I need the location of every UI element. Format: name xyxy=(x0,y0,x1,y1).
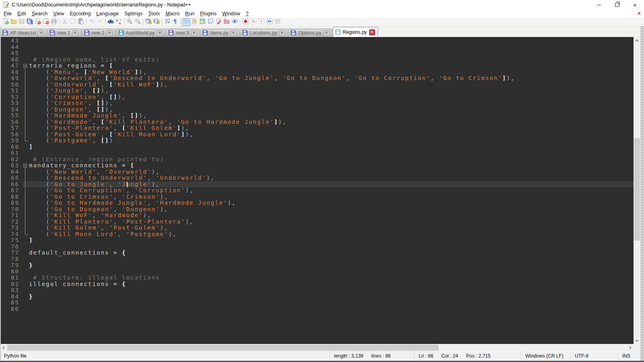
line-number[interactable]: 62 xyxy=(0,156,23,163)
line-number[interactable]: 84 xyxy=(0,294,23,300)
tab-items-py[interactable]: Items.py✕ xyxy=(200,29,239,37)
show-all-characters-button[interactable]: ¶ xyxy=(171,18,180,26)
line-number[interactable]: 50 xyxy=(0,82,23,88)
line-number[interactable]: 78 xyxy=(0,256,23,263)
tab-ap-ideas-txt[interactable]: AP Ideas.txt✕ xyxy=(0,29,47,37)
tab-close-icon[interactable]: ✕ xyxy=(231,30,237,36)
line-number[interactable]: 55 xyxy=(0,113,23,119)
sync-scroll-horizontal-button[interactable] xyxy=(153,18,161,26)
code-line[interactable]: 79} xyxy=(0,262,634,269)
line-number[interactable]: 48 xyxy=(0,69,23,76)
code-line[interactable]: 66 ('Go to Jungle', 'Jungle'), xyxy=(0,181,634,188)
vertical-scrollbar-thumb[interactable] xyxy=(634,138,640,241)
code-line[interactable]: 57 ('Post-Plantera', ['Kill Golem']), xyxy=(0,125,634,132)
tab-close-icon[interactable]: ✕ xyxy=(191,30,197,36)
code-line[interactable]: 65 ('Descend to Underworld', 'Underworld… xyxy=(0,175,634,181)
line-number[interactable]: 56 xyxy=(0,119,23,125)
line-number[interactable]: 53 xyxy=(0,100,23,107)
line-number[interactable]: 61 xyxy=(0,150,23,156)
minimize-button[interactable] xyxy=(590,0,608,10)
line-number[interactable]: 77 xyxy=(0,250,23,256)
menu-item-help[interactable]: ? xyxy=(243,10,252,17)
folder-as-workspace-button[interactable] xyxy=(223,18,231,26)
vertical-scrollbar[interactable] xyxy=(634,37,640,344)
code-line[interactable]: 85 xyxy=(0,300,634,306)
line-number[interactable]: 76 xyxy=(0,244,23,250)
line-number[interactable]: 86 xyxy=(0,306,23,313)
print-button[interactable] xyxy=(50,18,58,26)
line-number[interactable]: 67 xyxy=(0,187,23,194)
tab-close-icon[interactable]: ✕ xyxy=(324,30,330,36)
code-line[interactable]: 51 ('Jungle', []), xyxy=(0,88,634,94)
code-line[interactable]: 71 ('Kill WoF', 'Hardmode'), xyxy=(0,212,634,219)
code-line[interactable]: 62 # (Entrance, region pointed to) xyxy=(0,156,634,163)
code-line[interactable]: 61 xyxy=(0,150,634,156)
code-line[interactable]: 75] xyxy=(0,237,634,244)
menu-item-window[interactable]: Window xyxy=(219,10,243,17)
code-line[interactable]: 50 ('Underworld', ['Kill WoF']), xyxy=(0,82,634,88)
code-line[interactable]: 72 ('Kill Plantera', 'Post-Plantera'), xyxy=(0,219,634,225)
line-number[interactable]: 80 xyxy=(0,269,23,275)
code-line[interactable]: 82illegal_connections = { xyxy=(0,281,634,288)
code-line[interactable]: 84} xyxy=(0,294,634,300)
tab-close-icon[interactable]: ✕ xyxy=(107,30,113,36)
macro-record-button[interactable] xyxy=(242,18,250,26)
line-number[interactable]: 65 xyxy=(0,175,23,181)
menu-item-view[interactable]: View xyxy=(50,10,67,17)
code-line[interactable]: 60] xyxy=(0,144,634,150)
line-number[interactable]: 63 xyxy=(0,162,23,169)
code-line[interactable]: 76 xyxy=(0,244,634,250)
undo-button[interactable] xyxy=(88,18,96,26)
code-line[interactable]: 43 xyxy=(0,38,634,44)
macro-run-multiple-button[interactable] xyxy=(266,18,274,26)
tab-options-py[interactable]: Options.py✕ xyxy=(288,29,332,37)
find-button[interactable] xyxy=(107,18,115,26)
save-all-button[interactable] xyxy=(26,18,34,26)
line-number[interactable]: 49 xyxy=(0,75,23,82)
menu-item-edit[interactable]: Edit xyxy=(14,10,29,17)
line-number[interactable]: 68 xyxy=(0,194,23,200)
code-line[interactable]: 73 ('Kill Golem', 'Post-Golem'), xyxy=(0,225,634,231)
document-map-button[interactable] xyxy=(198,18,206,26)
zoom-out-button[interactable] xyxy=(134,18,142,26)
close-document-button[interactable]: × xyxy=(638,10,641,16)
zoom-in-button[interactable] xyxy=(126,18,134,26)
code-line[interactable]: 52 ('Corruption', []), xyxy=(0,94,634,101)
line-number[interactable]: 69 xyxy=(0,200,23,206)
line-number[interactable]: 59 xyxy=(0,138,23,144)
tab-close-icon[interactable]: ✕ xyxy=(157,30,163,36)
tab-new-1[interactable]: new 1✕ xyxy=(47,29,81,37)
line-number[interactable]: 66 xyxy=(0,181,23,188)
menu-item-settings[interactable]: Settings xyxy=(122,10,145,17)
code-line[interactable]: 81 # Structure: illegal locations xyxy=(0,275,634,281)
code-line[interactable]: 70 ('Go to Dungeon', 'Dungeon'), xyxy=(0,206,634,213)
sync-scroll-vertical-button[interactable] xyxy=(144,18,153,26)
code-line[interactable]: 67 ('Go to Corruption', 'Corruption'), xyxy=(0,187,634,194)
menu-item-macro[interactable]: Macro xyxy=(163,10,182,17)
menu-item-language[interactable]: Language xyxy=(93,10,122,17)
code-line[interactable]: 49 ('Overworld', ['Descend to Underworld… xyxy=(0,75,634,82)
menu-item-encoding[interactable]: Encoding xyxy=(67,10,93,17)
tab-close-icon[interactable]: ✕ xyxy=(72,30,78,36)
line-number[interactable]: 60 xyxy=(0,144,23,150)
menu-item-tools[interactable]: Tools xyxy=(145,10,163,17)
fold-collapse-marker[interactable] xyxy=(23,63,29,69)
macro-stop-button[interactable] xyxy=(250,18,258,26)
open-file-button[interactable] xyxy=(10,18,18,26)
code-line[interactable]: 44 xyxy=(0,44,634,51)
code-line[interactable]: 59 ('Postgame', []) xyxy=(0,138,634,144)
tab-close-icon[interactable]: ✕ xyxy=(38,30,44,36)
code-line[interactable]: 53 ('Crimson', []), xyxy=(0,100,634,107)
menu-item-search[interactable]: Search xyxy=(29,10,51,17)
line-number[interactable]: 82 xyxy=(0,281,23,288)
close-file-button[interactable] xyxy=(34,18,42,26)
macro-save-button[interactable] xyxy=(274,18,282,26)
close-all-button[interactable] xyxy=(42,18,50,26)
tab-close-icon[interactable]: ✕ xyxy=(369,29,375,35)
new-file-button[interactable] xyxy=(2,18,10,26)
scroll-left-button[interactable] xyxy=(0,344,7,351)
line-number[interactable]: 83 xyxy=(0,287,23,294)
code-line[interactable]: 83 xyxy=(0,287,634,294)
code-line[interactable]: 86 xyxy=(0,306,634,313)
line-number[interactable]: 44 xyxy=(0,44,23,51)
